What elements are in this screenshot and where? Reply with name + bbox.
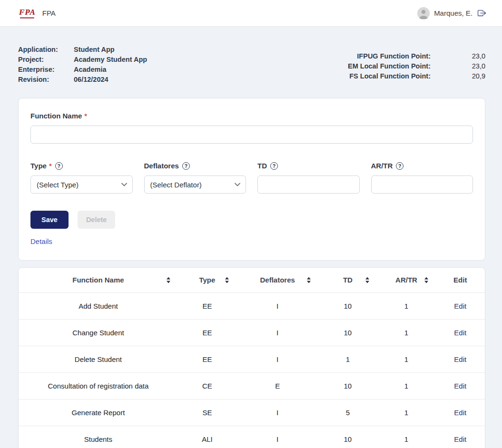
info-field: Revision: 06/12/2024 xyxy=(18,75,147,85)
cell-artr: 1 xyxy=(377,399,435,426)
sort-icon[interactable] xyxy=(167,277,170,283)
cell-edit: Edit xyxy=(436,346,485,372)
logout-icon[interactable] xyxy=(478,9,486,17)
cell-function-name: Delete Student xyxy=(19,346,178,372)
table-row: Change Student EE I 10 1 Edit xyxy=(19,319,485,346)
cell-type: ALI xyxy=(178,426,236,448)
edit-link[interactable]: Edit xyxy=(454,409,466,417)
info-field-value: Academia xyxy=(74,65,107,75)
artr-input[interactable] xyxy=(371,175,473,194)
cell-function-name: Consultation of registration data xyxy=(19,372,178,399)
cell-edit: Edit xyxy=(436,426,485,448)
cell-artr: 1 xyxy=(377,346,435,372)
cell-td: 10 xyxy=(318,319,377,346)
table-header-cell: Edit xyxy=(436,268,485,292)
brand: FPA FPA xyxy=(19,8,56,19)
table-header-cell[interactable]: AR/TR xyxy=(377,268,435,292)
required-asterisk: * xyxy=(84,112,87,120)
deflator-select[interactable]: (Select Deflator) xyxy=(144,175,246,194)
function-point-metrics: IFPUG Function Point: 23,0 EM Local Func… xyxy=(348,45,485,85)
edit-link[interactable]: Edit xyxy=(454,435,466,443)
help-icon[interactable]: ? xyxy=(182,162,190,170)
type-label: Type * ? xyxy=(30,162,133,170)
edit-link[interactable]: Edit xyxy=(454,302,466,310)
fpa-logo[interactable]: FPA xyxy=(19,8,36,19)
top-bar: FPA FPA Marques, E. xyxy=(0,0,502,27)
table-row: Students ALI I 10 1 Edit xyxy=(19,426,485,448)
cell-td: 10 xyxy=(318,426,377,448)
cell-edit: Edit xyxy=(436,319,485,346)
cell-type: SE xyxy=(178,399,236,426)
cell-edit: Edit xyxy=(436,292,485,319)
info-field-label: Project: xyxy=(18,55,74,65)
info-field-value: Student App xyxy=(74,45,115,55)
info-field-value: Academy Student App xyxy=(74,55,147,65)
info-field-label: Enterprise: xyxy=(18,65,74,75)
edit-link[interactable]: Edit xyxy=(454,329,466,337)
info-field-value: 06/12/2024 xyxy=(74,75,108,85)
help-icon[interactable]: ? xyxy=(55,162,63,170)
table-header-cell[interactable]: Type xyxy=(178,268,236,292)
table-header-cell[interactable]: Function Name xyxy=(19,268,178,292)
deflatores-field: Deflatores ? (Select Deflator) xyxy=(144,162,246,194)
cell-function-name: Add Student xyxy=(19,292,178,319)
brand-name: FPA xyxy=(42,9,56,17)
metric-value: 23,0 xyxy=(431,61,485,71)
metric-value: 20,9 xyxy=(431,71,485,81)
cell-type: CE xyxy=(178,372,236,399)
column-label: AR/TR xyxy=(395,276,417,284)
function-name-input[interactable] xyxy=(30,126,473,144)
cell-function-name: Students xyxy=(19,426,178,448)
cell-function-name: Change Student xyxy=(19,319,178,346)
sort-icon[interactable] xyxy=(424,277,428,283)
info-field: Enterprise: Academia xyxy=(18,65,147,75)
cell-td: 10 xyxy=(318,292,377,319)
type-select[interactable]: (Select Type) xyxy=(30,175,133,194)
cell-td: 10 xyxy=(318,372,377,399)
cell-artr: 1 xyxy=(377,319,435,346)
info-field: Application: Student App xyxy=(18,45,147,55)
cell-function-name: Generate Report xyxy=(19,399,178,426)
cell-deflatores: E xyxy=(236,372,318,399)
info-field-label: Revision: xyxy=(18,75,74,85)
save-button[interactable]: Save xyxy=(30,211,69,229)
artr-label: AR/TR ? xyxy=(371,162,473,170)
details-link[interactable]: Details xyxy=(30,237,52,245)
table-row: Consultation of registration data CE E 1… xyxy=(19,372,485,399)
sort-icon[interactable] xyxy=(365,277,369,283)
user-name: Marques, E. xyxy=(434,9,472,17)
cell-artr: 1 xyxy=(377,426,435,448)
help-icon[interactable]: ? xyxy=(396,162,404,170)
edit-link[interactable]: Edit xyxy=(454,382,466,390)
metric-label: EM Local Function Point: xyxy=(348,61,431,71)
cell-artr: 1 xyxy=(377,292,435,319)
fpa-logo-text: FPA xyxy=(19,8,36,16)
column-label: Deflatores xyxy=(260,276,295,284)
cell-deflatores: I xyxy=(236,426,318,448)
column-label: Edit xyxy=(453,276,467,284)
type-field: Type * ? (Select Type) xyxy=(30,162,133,194)
table-header-cell[interactable]: Deflatores xyxy=(236,268,318,292)
td-label: TD ? xyxy=(257,162,360,170)
table-header-cell[interactable]: TD xyxy=(318,268,377,292)
sort-icon[interactable] xyxy=(307,277,311,283)
form-fields-row: Type * ? (Select Type) Deflatores ? xyxy=(30,162,473,194)
cell-deflatores: I xyxy=(236,319,318,346)
functions-table-card: Function Name Type xyxy=(18,267,485,448)
table-header-row: Function Name Type xyxy=(19,268,485,292)
functions-table: Function Name Type xyxy=(19,268,485,448)
metric-row: FS Local Function Point: 20,9 xyxy=(348,71,485,81)
td-field: TD ? xyxy=(257,162,360,194)
cell-type: EE xyxy=(178,319,236,346)
td-input[interactable] xyxy=(257,175,360,194)
table-row: Delete Student EE I 1 1 Edit xyxy=(19,346,485,372)
help-icon[interactable]: ? xyxy=(270,162,278,170)
sort-icon[interactable] xyxy=(225,277,229,283)
user-menu: Marques, E. xyxy=(417,7,486,19)
cell-type: EE xyxy=(178,346,236,372)
cell-td: 5 xyxy=(318,399,377,426)
edit-link[interactable]: Edit xyxy=(454,355,466,363)
info-field-label: Application: xyxy=(18,45,74,55)
function-name-label: Function Name * xyxy=(30,112,473,120)
metric-row: EM Local Function Point: 23,0 xyxy=(348,61,485,71)
